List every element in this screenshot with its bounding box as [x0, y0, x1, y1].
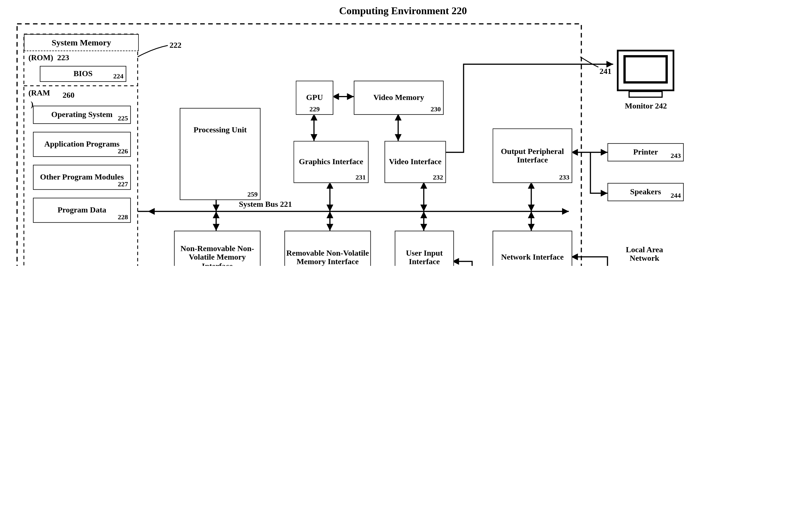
video-interface: Video Interface232	[384, 141, 446, 183]
ref-241: 241	[600, 67, 611, 76]
ram-label: (RAM	[29, 89, 50, 97]
svg-rect-51	[629, 92, 662, 97]
output-peripheral-interface: Output Peripheral Interface233	[493, 128, 572, 183]
svg-rect-49	[623, 55, 668, 83]
nonremovable-mem-if: Non-Removable Non-Volatile Memory Interf…	[174, 231, 260, 266]
apps-box: Application Programs226	[33, 132, 131, 157]
speakers-box: Speakers244	[608, 183, 684, 201]
pdata-box: Program Data228	[33, 198, 131, 223]
monitor-icon: Monitor 242	[613, 48, 679, 111]
bios-box: BIOS224	[40, 66, 126, 82]
svg-rect-50	[626, 57, 665, 81]
os-box: Operating System225	[33, 106, 131, 124]
video-memory-box: Video Memory230	[354, 81, 443, 115]
network-interface: Network Interface237	[493, 231, 572, 266]
ram-num: 260	[62, 91, 74, 100]
printer-box: Printer243	[608, 143, 684, 162]
svg-rect-48	[618, 51, 674, 90]
system-bus-label: System Bus 221	[239, 200, 292, 209]
diagram-title: Computing Environment 220	[0, 6, 806, 17]
user-input-interface: User Input Interface236	[395, 231, 454, 266]
mods-box: Other Program Modules227	[33, 165, 131, 190]
removable-mem-if: Removable Non-Volatile Memory Interface2…	[284, 231, 371, 266]
graphics-interface: Graphics Interface231	[293, 141, 368, 183]
ref-222: 222	[169, 41, 181, 50]
processing-unit: Processing Unit259	[180, 108, 260, 200]
rom-label: (ROM) 223	[29, 53, 69, 62]
system-memory-heading: System Memory	[24, 34, 139, 51]
lan-label: Local Area Network	[613, 245, 676, 263]
gpu-box: GPU229	[296, 81, 333, 115]
